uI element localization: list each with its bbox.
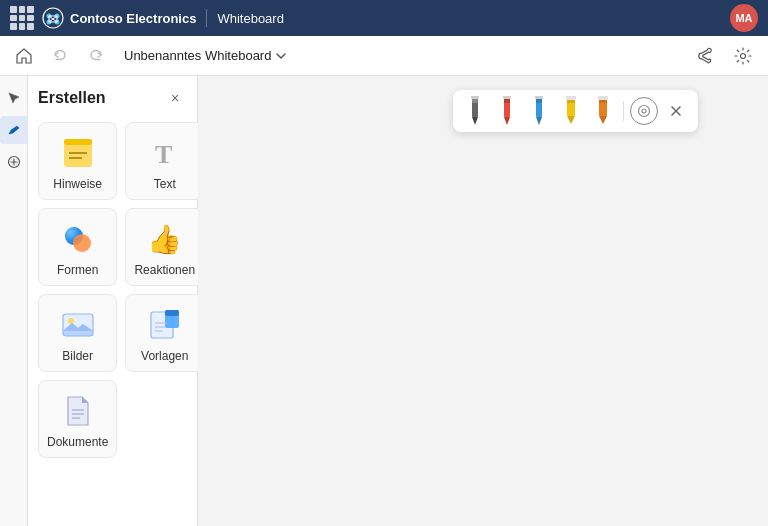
svg-point-55 [642, 109, 646, 113]
svg-rect-49 [566, 96, 576, 100]
vorlagen-label: Vorlagen [141, 349, 188, 363]
create-item-reaktionen[interactable]: 👍 Reaktionen [125, 208, 204, 286]
left-sidebar [0, 76, 28, 526]
svg-point-11 [741, 53, 746, 58]
sidebar-tool-add[interactable] [0, 148, 28, 176]
svg-marker-36 [472, 117, 478, 125]
create-item-bilder[interactable]: Bilder [38, 294, 117, 372]
sidebar-tool-pen[interactable] [0, 116, 28, 144]
sidebar-tool-select[interactable] [0, 84, 28, 112]
share-icon [696, 47, 714, 65]
dokumente-icon [60, 393, 96, 429]
create-item-formen[interactable]: Formen [38, 208, 117, 286]
svg-marker-44 [536, 117, 542, 125]
share-button[interactable] [690, 41, 720, 71]
hinweise-icon [60, 135, 96, 171]
app-grid-icon[interactable] [10, 6, 34, 30]
svg-rect-41 [503, 96, 511, 99]
redo-button[interactable] [82, 42, 110, 70]
board-name[interactable]: Unbenanntes Whiteboard [118, 45, 293, 66]
svg-text:T: T [155, 140, 172, 169]
formen-label: Formen [57, 263, 98, 277]
svg-rect-53 [598, 96, 608, 100]
toolbar-settings-icon [637, 104, 651, 118]
bilder-label: Bilder [62, 349, 93, 363]
create-item-dokumente[interactable]: Dokumente [38, 380, 117, 458]
second-bar: Unbenanntes Whiteboard [0, 36, 768, 76]
svg-rect-27 [165, 310, 179, 316]
add-icon [7, 155, 21, 169]
top-bar-divider [206, 9, 207, 27]
home-icon [16, 48, 32, 64]
svg-marker-40 [504, 117, 510, 125]
dokumente-label: Dokumente [47, 435, 108, 449]
home-button[interactable] [10, 42, 38, 70]
toolbar-pen-black[interactable] [461, 95, 489, 127]
pen-icon [7, 123, 21, 137]
formen-icon [60, 221, 96, 257]
svg-point-20 [73, 234, 91, 252]
svg-marker-52 [599, 116, 607, 124]
toolbar-close-button[interactable] [662, 97, 690, 125]
toolbar-pen-marker[interactable] [589, 95, 617, 127]
undo-button[interactable] [46, 42, 74, 70]
company-logo-icon [42, 7, 64, 29]
toolbar-settings-button[interactable] [630, 97, 658, 125]
hinweise-label: Hinweise [53, 177, 102, 191]
redo-icon [88, 48, 104, 64]
text-label: Text [154, 177, 176, 191]
settings-icon [734, 47, 752, 65]
text-icon: T [147, 135, 183, 171]
create-item-hinweise[interactable]: Hinweise [38, 122, 117, 200]
toolbar-pen-red[interactable] [493, 95, 521, 127]
svg-point-54 [639, 106, 650, 117]
create-item-vorlagen[interactable]: Vorlagen [125, 294, 204, 372]
svg-point-23 [68, 318, 74, 324]
vorlagen-icon [147, 307, 183, 343]
reaktionen-icon: 👍 [147, 221, 183, 257]
canvas-area[interactable] [198, 76, 768, 526]
toolbar-pen-yellow[interactable] [557, 95, 585, 127]
settings-button[interactable] [728, 41, 758, 71]
toolbar-pen-blue[interactable] [525, 95, 553, 127]
create-panel-title: Erstellen [38, 89, 106, 107]
board-name-chevron-icon [275, 50, 287, 62]
toolbar-close-icon [670, 105, 682, 117]
main-content: Erstellen × Hinweise [0, 76, 768, 526]
svg-rect-45 [535, 96, 543, 99]
create-panel-header: Erstellen × [38, 86, 187, 110]
svg-point-0 [43, 8, 63, 28]
top-bar: Contoso Electronics Whiteboard MA [0, 0, 768, 36]
undo-icon [52, 48, 68, 64]
user-avatar[interactable]: MA [730, 4, 758, 32]
board-name-label: Unbenanntes Whiteboard [124, 48, 271, 63]
create-panel-close-button[interactable]: × [163, 86, 187, 110]
floating-toolbar [453, 90, 698, 132]
create-panel: Erstellen × Hinweise [28, 76, 198, 526]
company-name: Contoso Electronics [70, 11, 196, 26]
svg-marker-48 [567, 116, 575, 124]
toolbar-divider [623, 101, 624, 121]
cursor-icon [7, 91, 21, 105]
company-logo: Contoso Electronics [42, 7, 196, 29]
svg-rect-37 [471, 96, 479, 99]
create-item-text[interactable]: T Text [125, 122, 204, 200]
create-items-grid: Hinweise T Text [38, 122, 187, 458]
svg-rect-14 [64, 139, 92, 145]
bilder-icon [60, 307, 96, 343]
reaktionen-label: Reaktionen [134, 263, 195, 277]
app-title: Whiteboard [217, 11, 283, 26]
